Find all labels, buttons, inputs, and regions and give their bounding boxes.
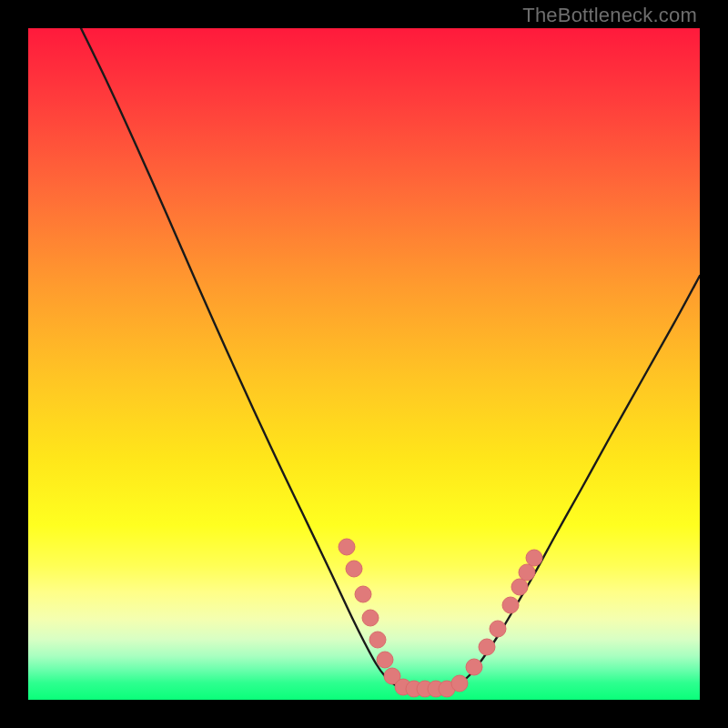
curve-markers xyxy=(339,539,542,697)
curve-marker xyxy=(466,659,482,675)
curve-marker xyxy=(451,675,468,692)
curve-layer xyxy=(28,28,700,700)
curve-marker xyxy=(479,639,495,655)
watermark-text: TheBottleneck.com xyxy=(522,4,697,27)
curve-marker xyxy=(355,586,371,602)
plot-area xyxy=(28,28,700,700)
curve-marker xyxy=(346,561,362,577)
curve-marker xyxy=(519,564,535,581)
curve-marker xyxy=(369,632,386,648)
curve-marker xyxy=(502,597,519,613)
curve-marker xyxy=(490,621,506,637)
curve-marker xyxy=(362,610,379,626)
curve-marker xyxy=(377,652,393,668)
chart-stage: TheBottleneck.com xyxy=(0,0,728,728)
curve-marker xyxy=(526,550,542,566)
curve-marker xyxy=(511,579,528,595)
bottleneck-curve xyxy=(81,28,700,689)
curve-marker xyxy=(339,539,355,555)
